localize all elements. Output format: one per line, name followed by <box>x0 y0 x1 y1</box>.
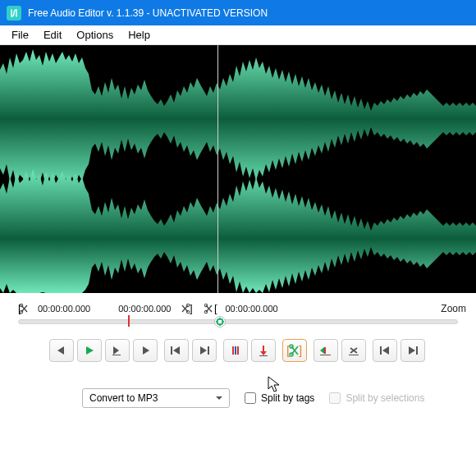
titlebar: Free Audio Editor v. 1.1.39 - UNACTIVATE… <box>0 0 476 25</box>
zoom-label: Zoom <box>441 303 466 314</box>
svg-rect-10 <box>171 346 172 355</box>
play-selection-button[interactable] <box>105 339 130 362</box>
selection-end-icon: ] <box>181 303 194 314</box>
selection-start-time: 00:00:00.000 <box>38 304 90 314</box>
app-icon <box>7 6 21 21</box>
skip-start-button[interactable] <box>164 339 189 362</box>
svg-rect-14 <box>237 346 239 355</box>
step-back-button[interactable] <box>49 339 74 362</box>
selection-end-time: 00:00:00.000 <box>118 304 171 314</box>
playhead-line <box>217 45 218 293</box>
svg-rect-22 <box>320 355 331 355</box>
trim-left-button[interactable] <box>314 339 338 362</box>
window-title: Free Audio Editor v. 1.1.39 - UNACTIVATE… <box>28 7 268 19</box>
svg-rect-15 <box>263 346 264 352</box>
timeline-slider[interactable] <box>0 316 476 332</box>
selection-marker[interactable] <box>128 315 130 327</box>
skip-end-button[interactable] <box>192 339 217 362</box>
cut-selection-button[interactable]: [] <box>282 339 307 362</box>
split-by-tags-checkbox[interactable]: Split by tags <box>245 392 314 404</box>
svg-text:[: [ <box>214 303 217 314</box>
menu-options[interactable]: Options <box>70 27 120 43</box>
time-indicator-bar: [ 00:00:00.000 00:00:00.000 ] [ 00:00:00… <box>0 293 476 316</box>
svg-rect-12 <box>232 346 234 355</box>
output-format-select[interactable]: Convert to MP3 <box>82 388 230 408</box>
svg-rect-25 <box>416 346 418 355</box>
svg-rect-24 <box>380 346 382 355</box>
output-format-value: Convert to MP3 <box>89 392 158 404</box>
go-to-start-button[interactable] <box>373 339 397 362</box>
add-marker-button[interactable] <box>223 339 248 362</box>
playhead-thumb[interactable] <box>214 316 226 327</box>
split-by-selections-checkbox[interactable]: Split by selections <box>329 392 424 404</box>
svg-text:]: ] <box>190 303 193 314</box>
menu-edit[interactable]: Edit <box>37 27 68 43</box>
split-by-selections-label: Split by selections <box>346 392 424 404</box>
go-to-end-button[interactable] <box>400 339 425 362</box>
waveform-display[interactable] <box>0 45 476 293</box>
split-by-tags-label: Split by tags <box>261 392 314 404</box>
selection-start-icon: [ <box>18 303 31 314</box>
play-button[interactable] <box>77 339 102 362</box>
svg-rect-11 <box>208 346 209 355</box>
step-forward-button[interactable] <box>133 339 158 362</box>
menu-file[interactable]: File <box>5 27 35 43</box>
menubar: File Edit Options Help <box>0 25 476 45</box>
delete-selection-button[interactable] <box>341 339 366 362</box>
svg-rect-21 <box>324 347 326 354</box>
svg-rect-16 <box>259 355 268 356</box>
svg-text:]: ] <box>299 344 302 357</box>
cursor-time: 00:00:00.000 <box>225 304 277 314</box>
set-marker-down-button[interactable] <box>251 339 276 362</box>
svg-rect-9 <box>112 355 121 355</box>
svg-rect-23 <box>349 355 359 355</box>
transport-toolbar: [] <box>0 332 476 362</box>
menu-help[interactable]: Help <box>121 27 157 43</box>
convert-bar: Convert to MP3 Split by tags Split by se… <box>0 362 476 408</box>
cursor-scissor-icon: [ <box>204 303 218 314</box>
svg-rect-13 <box>235 346 236 355</box>
